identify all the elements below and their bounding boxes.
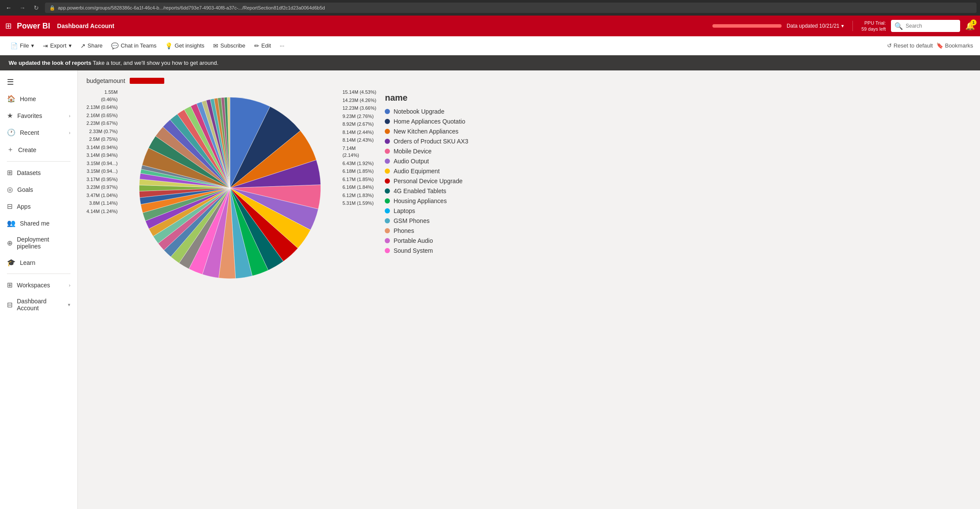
legend-dot — [385, 129, 390, 134]
pie-label: 12.23M (3.66%) — [342, 105, 376, 112]
budget-bar[interactable] — [130, 78, 164, 84]
legend-item[interactable]: Home Appliances Quotatio — [385, 118, 488, 125]
search-input[interactable] — [906, 23, 957, 29]
subscribe-button[interactable]: ✉ Subscribe — [210, 40, 249, 51]
sidebar-item-home[interactable]: 🏠 Home — [0, 90, 77, 107]
insights-icon: 💡 — [165, 42, 172, 49]
edit-icon: ✏ — [254, 42, 259, 49]
forward-button[interactable]: → — [17, 4, 28, 11]
pie-label: 3.17M (0.95%) — [86, 176, 118, 183]
datasets-icon: ⊞ — [7, 169, 13, 177]
legend-item[interactable]: Laptops — [385, 207, 488, 214]
chevron-right-icon: › — [69, 113, 70, 118]
legend-item[interactable]: Phones — [385, 227, 488, 234]
reset-icon: ↺ — [887, 42, 892, 49]
more-button[interactable]: ··· — [276, 40, 288, 51]
info-banner: We updated the look of reports Take a to… — [0, 55, 980, 70]
sidebar-item-shared[interactable]: 👥 Shared me — [0, 215, 77, 232]
legend-item[interactable]: Audio Output — [385, 158, 488, 165]
create-icon: ＋ — [7, 145, 14, 154]
legend-item[interactable]: New Kitchen Appliances — [385, 128, 488, 135]
legend-item[interactable]: GSM Phones — [385, 217, 488, 224]
file-icon: 📄 — [10, 42, 18, 49]
pie-label: 2.5M (0.75%) — [86, 136, 118, 143]
pie-label: 6.43M (1.92%) — [342, 160, 376, 167]
sidebar-item-dashboard[interactable]: ⊟ Dashboard Account ▾ — [0, 293, 77, 316]
legend-dot — [385, 218, 390, 223]
pie-label: 3.14M (0.94%) — [86, 152, 118, 159]
export-icon: ⇥ — [43, 42, 48, 49]
pie-label: 14.23M (4.26%) — [342, 97, 376, 104]
pie-label: 2.16M (0.65%) — [86, 112, 118, 119]
learn-icon: 🎓 — [7, 258, 16, 267]
legend-item[interactable]: Personal Device Upgrade — [385, 178, 488, 185]
pie-chart — [131, 89, 329, 287]
legend-item[interactable]: Housing Appliances — [385, 197, 488, 204]
sidebar-item-favorites[interactable]: ★ Favorites › — [0, 107, 77, 124]
legend-item[interactable]: 4G Enabled Tablets — [385, 188, 488, 194]
hamburger-button[interactable]: ☰ — [0, 74, 77, 90]
file-button[interactable]: 📄 File ▾ — [7, 40, 38, 51]
sidebar-item-apps[interactable]: ⊟ Apps — [0, 198, 77, 215]
pie-label: 4.14M (1.24%) — [86, 208, 118, 215]
pie-label: 6.18M (1.85%) — [342, 168, 376, 175]
search-box[interactable]: 🔍 — [891, 20, 960, 32]
budget-label: budgetamount — [86, 77, 125, 84]
apps-icon: ⊟ — [7, 202, 13, 210]
chat-button[interactable]: 💬 Chat in Teams — [108, 40, 160, 51]
legend-item[interactable]: Orders of Product SKU AX3 — [385, 138, 488, 145]
shared-icon: 👥 — [7, 219, 16, 227]
sidebar-item-learn[interactable]: 🎓 Learn — [0, 254, 77, 271]
edit-button[interactable]: ✏ Edit — [251, 40, 275, 51]
insights-button[interactable]: 💡 Get insights — [162, 40, 208, 51]
sidebar-item-goals[interactable]: ◎ Goals — [0, 181, 77, 198]
reset-button[interactable]: ↺ Reset to default — [887, 42, 933, 49]
browser-bar: ← → ↻ 🔒 app.powerbi.com/groups/5828386c-… — [0, 0, 980, 16]
data-updated: Data updated 10/21/21 ▾ — [787, 23, 844, 29]
pie-labels-left: 1.55M(0.46%) 2.13M (0.64%) 2.16M (0.65%)… — [86, 89, 118, 215]
pie-label: 7.14M(2.14%) — [342, 145, 376, 159]
legend-item[interactable]: Notebook Upgrade — [385, 108, 488, 115]
pie-label: 8.92M (2.67%) — [342, 121, 376, 128]
recent-icon: 🕐 — [7, 128, 16, 137]
report-area: budgetamount 1.55M(0.46%) 2.13M (0.64%) … — [78, 70, 980, 509]
chevron-down-icon: ▾ — [68, 302, 70, 308]
legend-dot — [385, 198, 390, 204]
refresh-button[interactable]: ↻ — [31, 4, 41, 11]
back-button[interactable]: ← — [3, 4, 14, 11]
sidebar-item-recent[interactable]: 🕐 Recent › — [0, 124, 77, 141]
pie-label: 15.14M (4.53%) — [342, 89, 376, 96]
share-button[interactable]: ↗ Share — [77, 40, 106, 51]
chevron-right-icon: › — [69, 130, 70, 135]
legend-item[interactable]: Sound System — [385, 247, 488, 254]
pie-label: 8.14M (2.43%) — [342, 137, 376, 144]
legend-item[interactable]: Portable Audio — [385, 237, 488, 244]
legend-item[interactable]: Mobile Device — [385, 148, 488, 155]
legend-dot — [385, 228, 390, 233]
pie-label: 9.23M (2.76%) — [342, 113, 376, 120]
budget-filter: budgetamount — [86, 77, 971, 84]
legend-dot — [385, 149, 390, 154]
sidebar-item-deployment[interactable]: ⊕ Deployment pipelines — [0, 232, 77, 254]
pie-labels-right: 15.14M (4.53%) 14.23M (4.26%) 12.23M (3.… — [342, 89, 376, 207]
sidebar-item-datasets[interactable]: ⊞ Datasets — [0, 164, 77, 181]
pie-label: 6.17M (1.85%) — [342, 176, 376, 183]
toolbar-right: ↺ Reset to default 🔖 Bookmarks — [887, 42, 973, 49]
app-name: Dashboard Account — [57, 22, 115, 29]
address-bar[interactable]: 🔒 app.powerbi.com/groups/5828386c-6a1f-4… — [45, 3, 977, 13]
pie-label: 2.33M (0.7%) — [86, 128, 118, 135]
waffle-icon[interactable]: ⊞ — [5, 21, 12, 31]
pie-label: 2.13M (0.64%) — [86, 104, 118, 111]
workspaces-icon: ⊞ — [7, 281, 13, 289]
progress-bar — [712, 24, 782, 28]
legend-dot — [385, 119, 390, 124]
pie-label: 6.12M (1.83%) — [342, 192, 376, 199]
bookmarks-button[interactable]: 🔖 Bookmarks — [936, 42, 973, 49]
legend-item[interactable]: Audio Equipment — [385, 168, 488, 175]
notification-area: 🔔 1 — [965, 21, 975, 31]
sidebar-item-workspaces[interactable]: ⊞ Workspaces › — [0, 277, 77, 293]
pie-chart-container — [131, 89, 329, 287]
export-button[interactable]: ⇥ Export ▾ — [39, 40, 75, 51]
sidebar-item-create[interactable]: ＋ Create — [0, 141, 77, 159]
pie-label: 2.23M (0.67%) — [86, 120, 118, 127]
